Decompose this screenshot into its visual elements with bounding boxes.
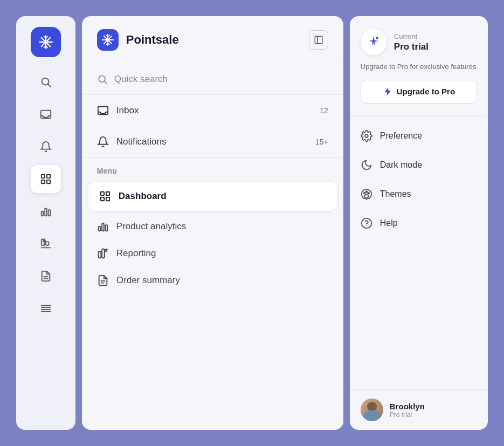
sidebar-main: Pointsale Quick search Inbox 12 bbox=[82, 16, 343, 430]
preference-icon bbox=[361, 130, 372, 142]
snowflake-icon-narrow bbox=[38, 35, 53, 50]
pro-icon-circle bbox=[361, 29, 386, 55]
sidebar-item-analytics[interactable] bbox=[31, 197, 61, 225]
reporting-menu-item[interactable]: Reporting bbox=[82, 240, 343, 267]
dashboard-menu-item[interactable]: Dashboard bbox=[88, 182, 337, 211]
order-summary-menu-item[interactable]: Order summary bbox=[82, 267, 343, 294]
preference-item[interactable]: Preference bbox=[350, 121, 488, 150]
user-info: Brooklyn Pro trial bbox=[390, 402, 425, 418]
svg-rect-40 bbox=[101, 192, 104, 195]
palette-icon bbox=[361, 188, 372, 200]
sidebar-toggle-button[interactable] bbox=[309, 30, 328, 50]
help-label: Help bbox=[380, 218, 398, 228]
inbox-item[interactable]: Inbox 12 bbox=[82, 95, 343, 126]
list-icon bbox=[40, 303, 52, 314]
pro-trial-header: Current Pro trial bbox=[361, 29, 477, 55]
preference-label: Preference bbox=[380, 131, 422, 141]
themes-label: Themes bbox=[380, 189, 411, 199]
sparkle-icon bbox=[367, 35, 381, 49]
bell-icon bbox=[40, 141, 52, 153]
svg-rect-48 bbox=[102, 249, 105, 258]
sidebar-item-search[interactable] bbox=[31, 68, 61, 96]
order-summary-icon bbox=[97, 275, 109, 286]
user-name: Brooklyn bbox=[390, 402, 425, 411]
help-icon bbox=[361, 217, 372, 229]
sidebar-narrow bbox=[16, 16, 75, 430]
dark-mode-item[interactable]: Dark mode bbox=[350, 150, 488, 180]
pro-trial-description: Upgrade to Pro for exclusive features bbox=[361, 61, 477, 72]
bar-chart-icon bbox=[40, 205, 52, 217]
grid-icon-menu bbox=[99, 190, 111, 202]
product-analytics-label: Product analytics bbox=[116, 221, 186, 232]
svg-rect-47 bbox=[99, 251, 101, 258]
upgrade-button[interactable]: Upgrade to Pro bbox=[361, 80, 477, 104]
svg-rect-45 bbox=[102, 224, 104, 231]
sidebar-item-documents[interactable] bbox=[31, 262, 61, 290]
product-analytics-menu-item[interactable]: Product analytics bbox=[82, 213, 343, 240]
order-summary-label: Order summary bbox=[116, 275, 180, 286]
svg-rect-13 bbox=[42, 180, 45, 183]
avatar bbox=[361, 399, 383, 421]
lightning-icon bbox=[383, 87, 392, 97]
quick-search-label: Quick search bbox=[114, 74, 168, 85]
right-menu-items: Preference Dark mode Themes bbox=[350, 117, 488, 390]
svg-point-51 bbox=[376, 37, 378, 39]
inbox-badge: 12 bbox=[320, 106, 328, 115]
document-icon bbox=[40, 270, 52, 282]
svg-line-38 bbox=[105, 81, 107, 84]
reporting-icon-menu bbox=[97, 248, 109, 259]
svg-rect-35 bbox=[315, 36, 322, 44]
notifications-badge: 15+ bbox=[315, 138, 328, 146]
inbox-icon bbox=[40, 108, 52, 120]
inbox-icon-main bbox=[97, 105, 109, 116]
grid-icon bbox=[40, 173, 52, 185]
svg-point-52 bbox=[365, 134, 368, 138]
svg-rect-16 bbox=[45, 209, 47, 216]
pro-trial-text: Current Pro trial bbox=[394, 32, 429, 52]
quick-search[interactable]: Quick search bbox=[82, 64, 343, 95]
themes-item[interactable]: Themes bbox=[350, 180, 488, 209]
menu-section-label: Menu bbox=[82, 158, 343, 180]
bell-icon-main bbox=[97, 136, 109, 148]
right-panel: Current Pro trial Upgrade to Pro for exc… bbox=[350, 16, 488, 430]
svg-rect-41 bbox=[106, 192, 109, 195]
svg-rect-12 bbox=[47, 175, 50, 178]
sidebar-item-dashboard[interactable] bbox=[31, 165, 61, 193]
dashboard-label: Dashboard bbox=[119, 191, 167, 202]
pro-trial-section: Current Pro trial Upgrade to Pro for exc… bbox=[350, 16, 488, 117]
svg-rect-15 bbox=[42, 211, 44, 216]
user-section[interactable]: Brooklyn Pro trial bbox=[350, 389, 488, 430]
svg-point-54 bbox=[364, 192, 365, 194]
dark-mode-label: Dark mode bbox=[380, 160, 422, 170]
moon-icon bbox=[361, 159, 372, 171]
svg-rect-44 bbox=[99, 227, 101, 231]
search-icon-main bbox=[97, 74, 108, 85]
notifications-item[interactable]: Notifications 15+ bbox=[82, 126, 343, 157]
avatar-image bbox=[361, 399, 383, 421]
snowflake-icon-main bbox=[101, 33, 114, 46]
notifications-label: Notifications bbox=[116, 136, 167, 147]
user-role: Pro trial bbox=[390, 411, 425, 418]
sidebar-item-summary[interactable] bbox=[31, 294, 61, 323]
sidebar-toggle-icon bbox=[314, 35, 323, 45]
svg-rect-43 bbox=[106, 197, 109, 201]
inbox-label: Inbox bbox=[116, 105, 139, 116]
svg-rect-46 bbox=[105, 225, 107, 231]
help-item[interactable]: Help bbox=[350, 209, 488, 238]
app-logo bbox=[97, 29, 119, 51]
app-title: Pointsale bbox=[126, 33, 301, 47]
svg-point-56 bbox=[368, 192, 369, 194]
messages-section: Inbox 12 Notifications 15+ bbox=[82, 95, 343, 158]
svg-rect-19 bbox=[46, 242, 49, 245]
sidebar-header: Pointsale bbox=[82, 16, 343, 64]
svg-rect-11 bbox=[42, 175, 45, 178]
sidebar-item-notifications[interactable] bbox=[31, 133, 61, 161]
search-icon bbox=[40, 76, 52, 88]
sidebar-item-reporting[interactable] bbox=[31, 230, 61, 258]
sidebar-item-inbox[interactable] bbox=[31, 100, 61, 128]
app-logo-narrow[interactable] bbox=[31, 27, 61, 57]
bar-chart-icon-menu bbox=[97, 221, 109, 232]
upgrade-btn-label: Upgrade to Pro bbox=[397, 87, 455, 96]
svg-rect-17 bbox=[48, 210, 50, 216]
reporting-label: Reporting bbox=[116, 248, 156, 259]
